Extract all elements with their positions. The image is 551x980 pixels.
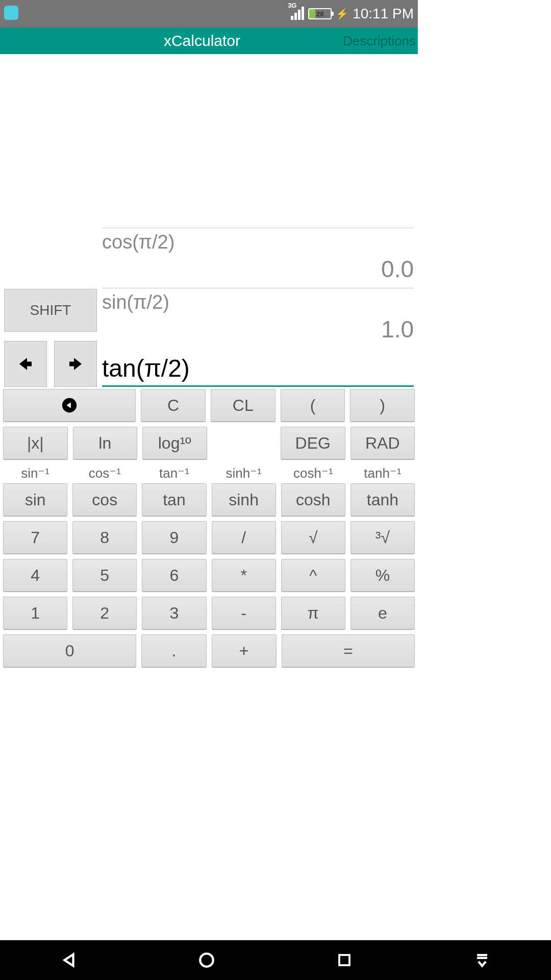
- atan-label: tan⁻¹: [142, 464, 206, 482]
- digit-5-button[interactable]: 5: [72, 559, 137, 592]
- cbrt-button[interactable]: ³√: [350, 521, 415, 554]
- lparen-button[interactable]: (: [281, 389, 345, 422]
- arrow-right-icon: [66, 355, 85, 373]
- log10-button[interactable]: log¹º: [142, 427, 207, 459]
- digit-4-button[interactable]: 4: [3, 559, 67, 592]
- multiply-button[interactable]: *: [212, 559, 276, 592]
- input-expression: tan(π/2): [102, 354, 414, 382]
- sqrt-button[interactable]: √: [281, 521, 345, 554]
- battery-pct: 28: [309, 10, 331, 18]
- history-result: 0.0: [102, 253, 414, 288]
- arrow-left-icon: [16, 355, 35, 373]
- digit-2-button[interactable]: 2: [72, 597, 137, 629]
- tan-button[interactable]: tan: [142, 483, 206, 516]
- cursor-right-button[interactable]: [54, 341, 97, 387]
- decimal-button[interactable]: .: [141, 634, 206, 667]
- history-expr: cos(π/2): [102, 231, 414, 253]
- asinh-label: sinh⁻¹: [212, 464, 276, 482]
- divide-button[interactable]: /: [212, 521, 276, 554]
- network-label: 3G: [288, 2, 296, 9]
- battery-icon: 28: [308, 8, 332, 19]
- cursor-left-button[interactable]: [4, 341, 47, 387]
- digit-8-button[interactable]: 8: [72, 521, 137, 554]
- ln-button[interactable]: ln: [73, 427, 138, 459]
- descriptions-button[interactable]: Descriptions: [343, 33, 418, 49]
- sin-button[interactable]: sin: [3, 483, 67, 516]
- sinh-button[interactable]: sinh: [212, 483, 276, 516]
- abs-button[interactable]: |x|: [3, 427, 68, 459]
- acosh-label: cosh⁻¹: [281, 464, 345, 482]
- power-button[interactable]: ^: [281, 559, 345, 592]
- notification-icon: [4, 6, 18, 20]
- app-title: xCalculator: [61, 32, 343, 50]
- status-clock: 10:11 PM: [353, 6, 414, 22]
- percent-button[interactable]: %: [350, 559, 415, 592]
- digit-9-button[interactable]: 9: [142, 521, 206, 554]
- history-result: 1.0: [102, 313, 414, 348]
- display-area: SHIFT cos(π/2) 0.0 sin(π/2) 1.0 tan(π/2): [0, 54, 418, 387]
- digit-0-button[interactable]: 0: [3, 634, 136, 667]
- history-entry: sin(π/2) 1.0: [102, 288, 414, 348]
- equals-button[interactable]: =: [282, 634, 415, 667]
- keypad: C CL ( ) |x| ln log¹º DEG RAD sin⁻¹ cos⁻…: [0, 387, 418, 676]
- app-bar: xCalculator Descriptions: [0, 28, 418, 54]
- subtract-button[interactable]: -: [212, 597, 276, 629]
- pi-button[interactable]: π: [281, 597, 345, 629]
- history-expr: sin(π/2): [102, 291, 414, 313]
- digit-7-button[interactable]: 7: [3, 521, 67, 554]
- digit-6-button[interactable]: 6: [142, 559, 206, 592]
- charging-icon: ⚡: [336, 8, 348, 20]
- cosh-button[interactable]: cosh: [281, 483, 345, 516]
- rad-button[interactable]: RAD: [350, 427, 415, 459]
- add-button[interactable]: +: [212, 634, 277, 667]
- backspace-icon: [61, 397, 78, 414]
- atanh-label: tanh⁻¹: [350, 464, 415, 482]
- history-entry: cos(π/2) 0.0: [102, 228, 414, 288]
- digit-1-button[interactable]: 1: [3, 597, 67, 629]
- clear-all-button[interactable]: CL: [211, 389, 276, 422]
- status-bar: 3G 28 ⚡ 10:11 PM: [0, 0, 418, 28]
- e-button[interactable]: e: [350, 597, 415, 629]
- backspace-button[interactable]: [3, 389, 136, 422]
- acos-label: cos⁻¹: [72, 464, 137, 482]
- digit-3-button[interactable]: 3: [142, 597, 206, 629]
- shift-button[interactable]: SHIFT: [4, 289, 97, 332]
- empty-cell: [212, 427, 276, 459]
- deg-button[interactable]: DEG: [281, 427, 345, 459]
- tanh-button[interactable]: tanh: [350, 483, 415, 516]
- rparen-button[interactable]: ): [350, 389, 415, 422]
- clear-button[interactable]: C: [141, 389, 206, 422]
- input-row[interactable]: tan(π/2): [102, 350, 414, 387]
- signal-icon: 3G: [291, 8, 304, 20]
- asin-label: sin⁻¹: [3, 464, 67, 482]
- cos-button[interactable]: cos: [72, 483, 137, 516]
- history-panel: cos(π/2) 0.0 sin(π/2) 1.0 tan(π/2): [102, 54, 414, 387]
